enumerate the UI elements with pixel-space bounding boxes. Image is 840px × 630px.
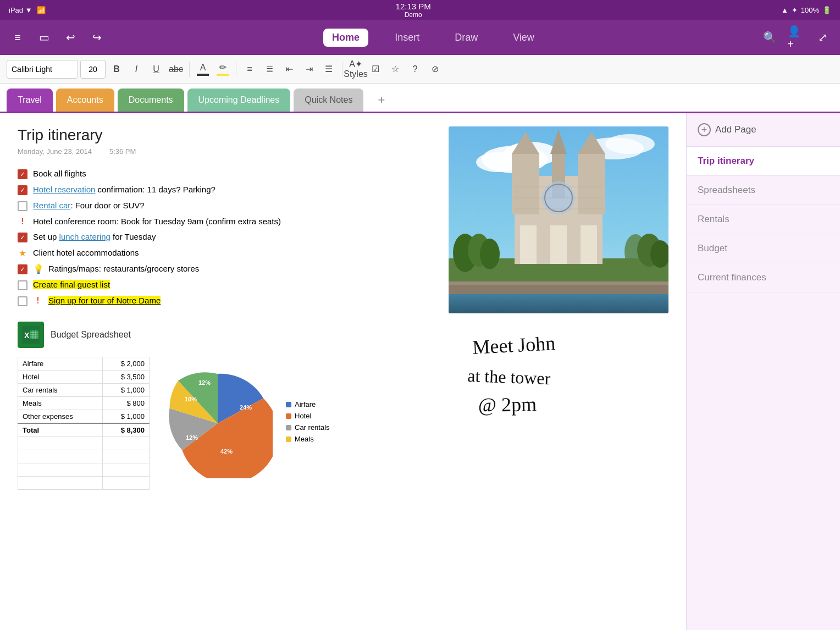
notebook-icon[interactable]: ▭: [35, 29, 53, 46]
bluetooth-icon: ✦: [792, 6, 798, 14]
font-color-button[interactable]: A: [194, 60, 212, 78]
tab-upcoming-deadlines[interactable]: Upcoming Deadlines: [187, 89, 291, 112]
checkbox-3[interactable]: [18, 201, 27, 211]
tab-insert[interactable]: Insert: [386, 29, 428, 47]
bold-button[interactable]: B: [108, 60, 125, 78]
tab-documents[interactable]: Documents: [118, 89, 184, 112]
handwriting-text-line1: Meet John: [472, 332, 556, 358]
sidebar-page-trip[interactable]: Trip itinerary: [687, 147, 840, 176]
lunch-catering-link[interactable]: lunch catering: [59, 232, 110, 241]
svg-rect-40: [550, 225, 567, 264]
tab-quick-notes[interactable]: Quick Notes: [294, 89, 363, 112]
font-size-input[interactable]: [80, 60, 106, 79]
undo-icon[interactable]: ↩: [62, 29, 79, 46]
styles-button[interactable]: A✦ Styles: [347, 60, 364, 78]
svg-text:42%: 42%: [220, 448, 233, 455]
align-button[interactable]: ☰: [320, 60, 338, 78]
list-item: ✓ 💡 Ratings/maps: restaurants/grocery st…: [18, 264, 435, 274]
table-row: Meals$ 800: [18, 397, 150, 410]
svg-text:24%: 24%: [240, 404, 252, 411]
star-button[interactable]: ☆: [386, 60, 404, 78]
separator-1: [189, 62, 190, 77]
rental-car-link[interactable]: Rental car: [33, 201, 70, 210]
checkbox-9[interactable]: [18, 296, 27, 306]
table-row-empty: [18, 450, 150, 463]
sidebar-page-spreadsheets[interactable]: Spreadsheets: [687, 176, 840, 205]
excel-file: X Budget Spreadsheet: [18, 322, 435, 348]
font-selector[interactable]: [7, 60, 78, 79]
note-area: Trip itinerary Monday, June 23, 2014 5:3…: [0, 113, 686, 630]
location-icon: ▲: [781, 6, 788, 14]
sidebar-page-budget[interactable]: Budget: [687, 234, 840, 263]
add-page-icon: +: [698, 123, 711, 136]
redo-icon[interactable]: ↪: [88, 29, 106, 46]
handwriting-text-line3: @ 2pm: [478, 393, 537, 416]
tab-view[interactable]: View: [504, 29, 543, 47]
checkbox-7[interactable]: ✓: [18, 264, 27, 274]
status-left: iPad ▼ 📶: [9, 6, 46, 14]
svg-rect-31: [512, 154, 539, 214]
strikethrough-button[interactable]: abc: [167, 60, 185, 78]
hotel-reservation-link[interactable]: Hotel reservation: [33, 185, 95, 194]
svg-rect-32: [578, 154, 605, 214]
tab-add-button[interactable]: +: [367, 89, 396, 112]
tab-accounts[interactable]: Accounts: [56, 89, 114, 112]
expand-icon[interactable]: ⤢: [814, 29, 831, 46]
legend-item-airfare: Airfare: [286, 400, 330, 408]
legend-label-airfare: Airfare: [295, 400, 316, 408]
checkbox-button[interactable]: ☑: [367, 60, 384, 78]
search-icon[interactable]: 🔍: [761, 29, 778, 46]
sidebar-page-rentals[interactable]: Rentals: [687, 205, 840, 234]
main-content: Trip itinerary Monday, June 23, 2014 5:3…: [0, 113, 840, 630]
outdent-button[interactable]: ⇤: [280, 60, 298, 78]
table-row-empty: [18, 477, 150, 490]
list-item: Rental car: Four door or SUV?: [18, 201, 435, 211]
checkbox-2[interactable]: ✓: [18, 185, 27, 195]
total-value: $ 8,300: [102, 423, 149, 437]
checkbox-5[interactable]: ✓: [18, 233, 27, 242]
add-user-icon[interactable]: 👤+: [787, 29, 805, 46]
table-row-empty: [18, 437, 150, 450]
exclaim-icon-9: !: [33, 296, 43, 306]
legend-label-carrentals: Car rentals: [295, 423, 330, 432]
svg-text:12%: 12%: [198, 379, 211, 386]
total-label: Total: [18, 423, 103, 437]
list-item: Create final guest list: [18, 280, 435, 290]
checklist: ✓ Book all flights ✓ Hotel reservation c…: [18, 169, 435, 306]
checkbox-8[interactable]: [18, 280, 27, 290]
add-page-label: Add Page: [715, 124, 756, 135]
checkbox-1[interactable]: ✓: [18, 169, 27, 179]
cathedral-image: [449, 126, 668, 313]
row-value: $ 3,500: [102, 371, 149, 384]
item-text-9: Sign up for tour of Notre Dame: [48, 296, 161, 305]
svg-text:10%: 10%: [185, 396, 197, 402]
status-bar: iPad ▼ 📶 12:13 PM Demo ▲ ✦ 100% 🔋: [0, 0, 840, 20]
highlight-button[interactable]: ✏: [214, 60, 231, 78]
underline-button[interactable]: U: [147, 60, 165, 78]
bullet-list-button[interactable]: ≡: [241, 60, 258, 78]
list-item: ✓ Set up lunch catering for Tuesday: [18, 232, 435, 242]
svg-point-18: [605, 134, 655, 154]
add-page-button[interactable]: + Add Page: [687, 113, 840, 147]
indent-button[interactable]: ⇥: [300, 60, 318, 78]
separator-2: [236, 62, 236, 77]
list-item: ✓ Book all flights: [18, 169, 435, 179]
ipad-label: iPad ▼: [9, 6, 32, 14]
handwriting-svg: Meet John at the tower @ 2pm: [462, 327, 654, 436]
pie-chart: 24% 42% 12% 10% 12%: [163, 368, 273, 478]
table-row: Hotel$ 3,500: [18, 371, 150, 384]
svg-text:X: X: [24, 331, 30, 340]
more-button[interactable]: ⊘: [426, 60, 444, 78]
tab-home[interactable]: Home: [323, 29, 368, 47]
help-button[interactable]: ?: [406, 60, 424, 78]
handwriting-text-line2: at the tower: [467, 366, 551, 388]
menu-icon[interactable]: ≡: [9, 29, 26, 46]
row-value: $ 1,000: [102, 410, 149, 424]
toolbar-right: 🔍 👤+ ⤢: [761, 29, 831, 46]
tab-draw[interactable]: Draw: [446, 29, 487, 47]
tab-travel[interactable]: Travel: [7, 89, 53, 112]
italic-button[interactable]: I: [128, 60, 145, 78]
numbered-list-button[interactable]: ≣: [261, 60, 278, 78]
sidebar-page-finances[interactable]: Current finances: [687, 263, 840, 292]
row-value: $ 2,000: [102, 357, 149, 371]
